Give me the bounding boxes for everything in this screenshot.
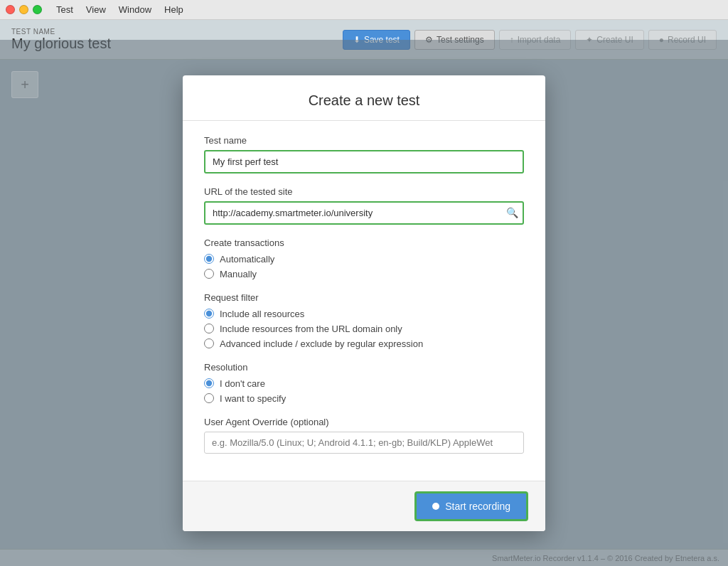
- transaction-manually-label: Manually: [220, 269, 257, 279]
- transaction-manually-radio[interactable]: [204, 269, 214, 279]
- create-transactions-group: Create transactions Automatically Manual…: [204, 237, 524, 279]
- test-name-group: Test name: [204, 135, 524, 173]
- test-name-input[interactable]: [204, 150, 524, 173]
- maximize-button[interactable]: [33, 5, 42, 14]
- resolution-specify-radio[interactable]: [204, 393, 214, 403]
- filter-all-label: Include all resources: [220, 309, 304, 319]
- close-button[interactable]: [6, 5, 15, 14]
- menu-bar: Test View Window Help: [50, 3, 189, 16]
- menu-test[interactable]: Test: [50, 3, 79, 16]
- url-input[interactable]: [204, 201, 524, 225]
- modal-title: Create a new test: [200, 92, 528, 109]
- filter-advanced-option[interactable]: Advanced include / exclude by regular ex…: [204, 338, 524, 349]
- menu-view[interactable]: View: [80, 3, 112, 16]
- user-agent-input[interactable]: [204, 432, 524, 454]
- filter-domain-radio[interactable]: [204, 324, 214, 333]
- filter-domain-label: Include resources from the URL domain on…: [220, 324, 402, 334]
- resolution-dontcare-label: I don't care: [220, 378, 265, 389]
- menu-help[interactable]: Help: [159, 3, 189, 16]
- start-recording-label: Start recording: [445, 501, 510, 512]
- search-icon[interactable]: 🔍: [506, 207, 518, 218]
- request-filter-label: Request filter: [204, 292, 524, 303]
- transaction-automatically-radio[interactable]: [204, 254, 214, 264]
- test-name-field-label: Test name: [204, 135, 524, 146]
- filter-all-radio[interactable]: [204, 309, 214, 319]
- url-input-wrapper: 🔍: [204, 201, 524, 225]
- user-agent-group: User Agent Override (optional): [204, 417, 524, 454]
- create-transactions-options: Automatically Manually: [204, 254, 524, 279]
- resolution-dontcare-radio[interactable]: [204, 378, 214, 388]
- modal-overlay: Create a new test Test name URL of the t…: [0, 40, 728, 566]
- request-filter-options: Include all resources Include resources …: [204, 309, 524, 349]
- transaction-manually-option[interactable]: Manually: [204, 269, 524, 279]
- url-group: URL of the tested site 🔍: [204, 186, 524, 225]
- menu-window[interactable]: Window: [113, 3, 157, 16]
- filter-domain-option[interactable]: Include resources from the URL domain on…: [204, 324, 524, 334]
- modal-footer: Start recording: [183, 481, 545, 531]
- user-agent-label: User Agent Override (optional): [204, 417, 524, 427]
- resolution-group: Resolution I don't care I want to specif…: [204, 362, 524, 404]
- modal-header: Create a new test: [183, 75, 545, 121]
- filter-advanced-label: Advanced include / exclude by regular ex…: [220, 338, 423, 349]
- request-filter-group: Request filter Include all resources Inc…: [204, 292, 524, 349]
- test-name-label: TEST NAME: [11, 28, 111, 36]
- resolution-label: Resolution: [204, 362, 524, 373]
- app-background: TEST NAME My glorious test ⬇ Save test ⚙…: [0, 20, 728, 566]
- url-field-label: URL of the tested site: [204, 186, 524, 197]
- create-transactions-label: Create transactions: [204, 237, 524, 248]
- resolution-dontcare-option[interactable]: I don't care: [204, 378, 524, 389]
- filter-advanced-radio[interactable]: [204, 338, 214, 348]
- start-recording-button[interactable]: Start recording: [414, 491, 528, 521]
- filter-all-option[interactable]: Include all resources: [204, 309, 524, 319]
- minimize-button[interactable]: [19, 5, 28, 14]
- transaction-automatically-option[interactable]: Automatically: [204, 254, 524, 265]
- record-dot-icon: [432, 503, 439, 510]
- modal-body: Test name URL of the tested site 🔍 Creat…: [183, 121, 545, 481]
- resolution-specify-option[interactable]: I want to specify: [204, 393, 524, 404]
- resolution-options: I don't care I want to specify: [204, 378, 524, 404]
- resolution-specify-label: I want to specify: [220, 393, 286, 404]
- window-controls: [6, 5, 42, 14]
- create-test-modal: Create a new test Test name URL of the t…: [183, 75, 545, 531]
- transaction-automatically-label: Automatically: [220, 254, 274, 265]
- title-bar: Test View Window Help: [0, 0, 728, 20]
